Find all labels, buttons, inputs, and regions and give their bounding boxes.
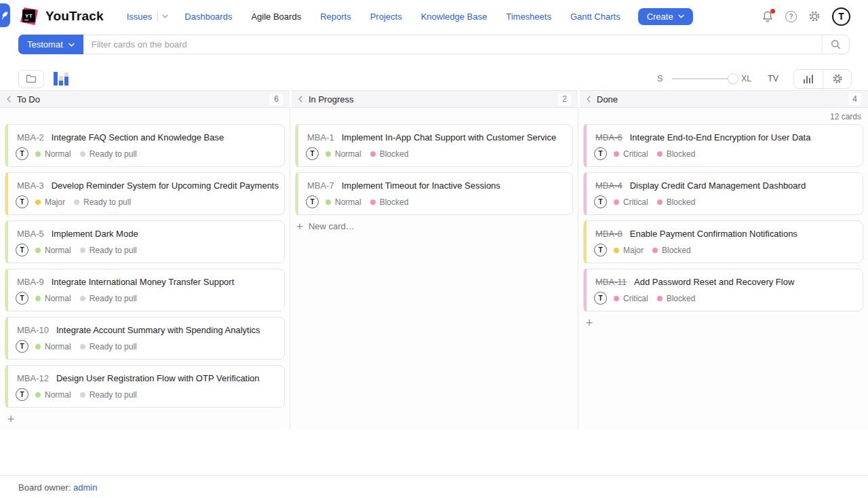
- priority-label[interactable]: Normal: [335, 149, 361, 159]
- nav-item-issues[interactable]: Issues: [117, 12, 162, 22]
- new-card-button[interactable]: + New card…: [296, 221, 578, 232]
- priority-label[interactable]: Major: [623, 246, 644, 255]
- priority-label[interactable]: Normal: [45, 342, 71, 351]
- card-id[interactable]: MBA-11: [595, 277, 627, 287]
- priority-label[interactable]: Major: [45, 197, 65, 207]
- issue-card[interactable]: MBA-5 Implement Dark Mode T Normal Ready…: [5, 221, 285, 263]
- card-title[interactable]: Integrate End-to-End Encryption for User…: [630, 132, 811, 142]
- create-button[interactable]: Create: [638, 8, 693, 25]
- search-button[interactable]: [822, 35, 849, 54]
- card-id[interactable]: MBA-8: [595, 229, 623, 239]
- issue-card[interactable]: MBA-3 Develop Reminder System for Upcomi…: [5, 172, 285, 215]
- assignee-avatar[interactable]: T: [594, 244, 607, 256]
- card-title[interactable]: Integrate International Money Transfer S…: [52, 277, 235, 287]
- swimlane-chart-toggle[interactable]: [54, 72, 69, 85]
- column-title[interactable]: In Progress: [309, 94, 353, 104]
- collapse-column-icon[interactable]: [298, 96, 302, 102]
- nav-item-knowledge-base[interactable]: Knowledge Base: [412, 12, 497, 22]
- card-id[interactable]: MBA-12: [17, 373, 49, 383]
- card-size-slider[interactable]: [672, 73, 734, 84]
- nav-item-agile-boards[interactable]: Agile Boards: [241, 12, 311, 22]
- state-label[interactable]: Blocked: [380, 149, 409, 159]
- issue-card[interactable]: MBA-9 Integrate International Money Tran…: [5, 269, 285, 311]
- card-title[interactable]: Implement Dark Mode: [52, 229, 138, 239]
- card-id[interactable]: MBA-9: [17, 277, 44, 287]
- nav-item-dashboards[interactable]: Dashboards: [175, 12, 241, 22]
- card-title[interactable]: Develop Reminder System for Upcoming Cre…: [52, 180, 279, 191]
- issue-card[interactable]: MBA-2 Integrate FAQ Section and Knowledg…: [5, 124, 285, 167]
- issues-dropdown-chevron-icon[interactable]: [158, 14, 175, 18]
- settings-gear-icon[interactable]: [808, 10, 821, 22]
- state-label[interactable]: Ready to pull: [90, 342, 137, 351]
- filter-cards-input[interactable]: [83, 35, 822, 54]
- issue-card[interactable]: MBA-6 Integrate End-to-End Encryption fo…: [583, 124, 863, 167]
- priority-label[interactable]: Critical: [623, 197, 648, 207]
- priority-label[interactable]: Critical: [623, 149, 648, 159]
- card-id[interactable]: MBA-2: [17, 132, 44, 142]
- tv-mode-button[interactable]: TV: [768, 74, 778, 83]
- state-label[interactable]: Ready to pull: [90, 390, 137, 400]
- slider-handle[interactable]: [728, 73, 738, 84]
- add-card-button[interactable]: +: [583, 317, 596, 329]
- add-card-button[interactable]: +: [4, 413, 18, 425]
- burndown-chart-button[interactable]: [794, 70, 823, 88]
- assignee-avatar[interactable]: T: [16, 340, 28, 353]
- card-id[interactable]: MBA-1: [307, 132, 334, 142]
- priority-label[interactable]: Normal: [45, 149, 71, 159]
- priority-label[interactable]: Normal: [45, 294, 71, 303]
- priority-label[interactable]: Normal: [45, 246, 71, 255]
- state-label[interactable]: Ready to pull: [90, 246, 137, 255]
- state-label[interactable]: Blocked: [667, 149, 696, 159]
- state-label[interactable]: Ready to pull: [90, 294, 137, 303]
- issue-card[interactable]: MBA-1 Implement In-App Chat Support with…: [295, 124, 573, 167]
- state-label[interactable]: Blocked: [667, 294, 696, 303]
- priority-label[interactable]: Normal: [45, 390, 71, 400]
- card-id[interactable]: MBA-7: [307, 180, 334, 191]
- card-title[interactable]: Enable Payment Confirmation Notification…: [630, 229, 797, 239]
- board-owner-link[interactable]: admin: [73, 482, 97, 493]
- collapse-column-icon[interactable]: [7, 96, 11, 102]
- assignee-avatar[interactable]: T: [594, 292, 607, 305]
- issue-card[interactable]: MBA-10 Integrate Account Summary with Sp…: [5, 317, 285, 360]
- youtrack-logo[interactable]: YT: [20, 7, 38, 25]
- assignee-avatar[interactable]: T: [306, 195, 319, 208]
- issue-card[interactable]: MBA-11 Add Password Reset and Recovery F…: [583, 269, 863, 311]
- column-title[interactable]: To Do: [17, 94, 40, 104]
- card-title[interactable]: Integrate FAQ Section and Knowledge Base: [52, 132, 224, 142]
- issue-card[interactable]: MBA-12 Design User Registration Flow wit…: [5, 365, 285, 408]
- issue-card[interactable]: MBA-7 Implement Timeout for Inactive Ses…: [295, 172, 573, 215]
- sidebar-toggle[interactable]: [0, 3, 10, 27]
- collapse-column-icon[interactable]: [587, 96, 591, 102]
- state-label[interactable]: Blocked: [662, 246, 691, 255]
- assignee-avatar[interactable]: T: [16, 292, 28, 305]
- card-title[interactable]: Add Password Reset and Recovery Flow: [634, 277, 794, 287]
- card-id[interactable]: MBA-3: [17, 180, 44, 191]
- assignee-avatar[interactable]: T: [16, 195, 28, 208]
- state-label[interactable]: Blocked: [380, 197, 409, 207]
- assignee-avatar[interactable]: T: [306, 147, 319, 160]
- card-id[interactable]: MBA-4: [595, 180, 623, 191]
- card-id[interactable]: MBA-5: [17, 229, 44, 239]
- nav-item-timesheets[interactable]: Timesheets: [496, 12, 561, 22]
- card-title[interactable]: Integrate Account Summary with Spending …: [56, 325, 260, 335]
- priority-label[interactable]: Normal: [335, 197, 361, 207]
- priority-label[interactable]: Critical: [623, 294, 648, 303]
- nav-item-gantt-charts[interactable]: Gantt Charts: [561, 12, 630, 22]
- state-label[interactable]: Ready to pull: [83, 197, 131, 207]
- assignee-avatar[interactable]: T: [16, 388, 28, 401]
- assignee-avatar[interactable]: T: [16, 244, 28, 256]
- sprints-folder-button[interactable]: [18, 70, 44, 88]
- notifications-bell-icon[interactable]: [762, 10, 774, 23]
- nav-item-projects[interactable]: Projects: [361, 12, 412, 22]
- board-selector-button[interactable]: Testomat: [18, 35, 83, 54]
- assignee-avatar[interactable]: T: [594, 147, 607, 160]
- assignee-avatar[interactable]: T: [594, 195, 607, 208]
- nav-item-reports[interactable]: Reports: [311, 12, 361, 22]
- user-avatar[interactable]: T: [832, 7, 850, 26]
- state-label[interactable]: Blocked: [667, 197, 696, 207]
- board-settings-button[interactable]: [823, 70, 851, 88]
- card-id[interactable]: MBA-10: [17, 325, 49, 335]
- card-title[interactable]: Implement Timeout for Inactive Sessions: [342, 180, 500, 191]
- card-title[interactable]: Display Credit Card Management Dashboard: [630, 180, 806, 191]
- help-icon[interactable]: ?: [785, 11, 797, 22]
